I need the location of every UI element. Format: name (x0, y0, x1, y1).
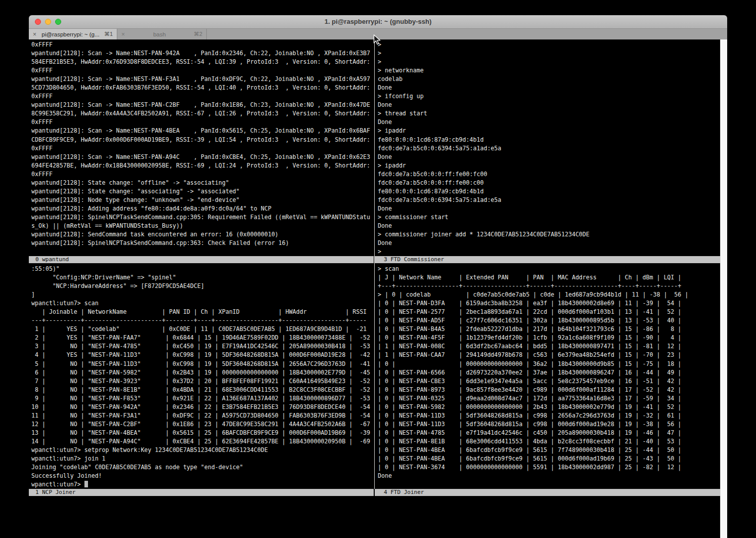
tab-bash[interactable]: × bash ⌘2 (117, 29, 207, 39)
window-title: 1. pi@raspberrypi: ~ (gnubby-ssh) (29, 15, 727, 29)
pane-status-wpantund: 0 wpantund (29, 256, 374, 263)
tab-close-icon[interactable]: × (33, 31, 36, 38)
tab-ssh-label: pi@raspberrypi: ~ (g... (40, 31, 101, 37)
pane-status-ftd-joiner: 4 FTD Joiner (375, 489, 720, 496)
pane-ftd-joiner[interactable]: > scan | J | Network Name | Extended PAN… (378, 265, 720, 481)
mouse-pointer-icon (373, 34, 381, 48)
tab-close-icon[interactable]: × (121, 31, 125, 38)
pane-status-ncp-joiner: 1 NCP Joiner (29, 489, 374, 496)
tab-ssh[interactable]: × pi@raspberrypi: ~ (g... ⌘1 (29, 29, 117, 39)
prompt-text: wpanctl:utun7> (31, 481, 84, 488)
tab-bash-shortcut: ⌘2 (194, 31, 202, 37)
pane-ftd-commissioner[interactable]: > > > > networkname codelab Done > ifcon… (378, 40, 720, 257)
terminal-window: 1. pi@raspberrypi: ~ (gnubby-ssh) × pi@r… (29, 15, 727, 538)
tab-ssh-shortcut: ⌘1 (104, 31, 113, 37)
pane-ncp-joiner[interactable]: :55:05)" "Config:NCP:DriverName" => "spi… (31, 265, 374, 481)
ncp-joiner-prompt-line[interactable]: wpanctl:utun7> (31, 480, 88, 489)
pane-wpantund-log[interactable]: 0xFFFF wpantund[2128]: Scan -> Name:NEST… (31, 40, 374, 249)
pane-status-ftd-commissioner: 3 FTD Commissioner (375, 256, 720, 263)
tab-bash-label: bash (128, 31, 191, 37)
terminal-cursor (84, 481, 88, 487)
scrollbar[interactable] (720, 39, 727, 538)
pane-divider[interactable] (374, 39, 375, 489)
terminal-area: 0xFFFF wpantund[2128]: Scan -> Name:NEST… (29, 39, 727, 538)
window-titlebar[interactable]: 1. pi@raspberrypi: ~ (gnubby-ssh) (29, 15, 727, 29)
